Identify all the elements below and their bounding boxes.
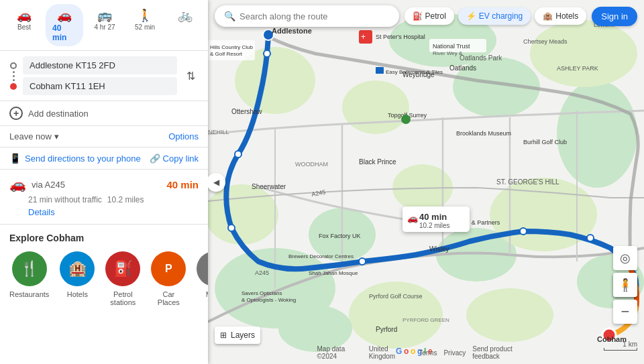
pegman-button[interactable]: 🧍 [613, 273, 637, 297]
route-via-label: via A245 [32, 180, 161, 190]
send-directions-label: Send directions to your phone [25, 154, 141, 164]
route-inputs: ⇅ [0, 51, 208, 101]
link-icon: 🔗 [150, 154, 160, 164]
petrol-icon: ⛽ [413, 11, 423, 21]
explore-section: Explore Cobham 🍴 Restaurants 🏨 Hotels ⛽ … [0, 225, 208, 314]
location-button[interactable]: ◎ [613, 246, 637, 270]
route-sub-info: 21 min without traffic 10.2 miles [9, 195, 199, 204]
tab-best[interactable]: 🚗 Best [5, 4, 43, 46]
explore-car-places[interactable]: P Car Places [151, 251, 186, 306]
scale-label: 1 km [623, 341, 637, 348]
origin-input[interactable] [23, 56, 177, 74]
map-area: Addlestone Ottershaw Weybridge Oatlands … [208, 0, 644, 364]
search-box[interactable]: 🔍 [215, 5, 399, 27]
options-label: Options [168, 131, 199, 141]
restaurants-label: Restaurants [9, 290, 49, 298]
explore-more[interactable]: ••• More [197, 251, 208, 306]
tab-car-40min[interactable]: 🚗 40 min [46, 4, 83, 46]
copy-link-button[interactable]: 🔗 Copy link [150, 154, 199, 164]
bike-icon: 🚲 [178, 8, 193, 23]
leave-now-button[interactable]: Leave now ▾ [9, 131, 59, 141]
hotels-explore-icon: 🏨 [60, 251, 95, 286]
route-car-icon: 🚗 [9, 176, 26, 192]
tab-walk-time: 52 min [135, 23, 155, 31]
left-panel: 🚗 Best 🚗 40 min 🚌 4 hr 27 🚶 52 min 🚲 ✈ ✕ [0, 0, 208, 364]
hotels-filter-label: Hotels [555, 11, 578, 21]
tab-transit[interactable]: 🚌 4 hr 27 [86, 4, 123, 46]
restaurants-icon: 🍴 [12, 251, 47, 286]
tab-walk[interactable]: 🚶 52 min [126, 4, 164, 46]
input-fields [23, 56, 177, 95]
map-topbar: 🔍 ⛽ Petrol ⚡ EV charging 🏨 Hotels Sign i… [215, 5, 637, 27]
transit-icon: 🚌 [97, 8, 112, 23]
feedback-link[interactable]: Send product feedback [472, 345, 535, 360]
route-time: 40 min [166, 179, 199, 190]
origin-dot [10, 62, 17, 69]
more-icon: ••• [197, 251, 208, 286]
search-icon: 🔍 [224, 11, 235, 21]
add-destination-label: Add destination [28, 109, 89, 119]
best-icon: 🚗 [17, 8, 32, 23]
layers-button[interactable]: ⊞ Map data ©2024 Layers [215, 326, 260, 344]
ev-icon: ⚡ [466, 11, 476, 21]
zoom-out-button[interactable]: − [613, 300, 637, 324]
tab-car-time: 40 min [52, 23, 76, 42]
map-background [208, 0, 644, 364]
tab-transit-time: 4 hr 27 [94, 23, 115, 31]
hotels-label: Hotels [67, 290, 88, 298]
layers-icon: ⊞ [220, 330, 227, 340]
filter-ev[interactable]: ⚡ EV charging [458, 7, 531, 25]
destination-dot [10, 83, 17, 90]
search-input[interactable] [239, 11, 390, 21]
explore-petrol[interactable]: ⛽ Petrol stations [105, 251, 140, 306]
scale-line [604, 348, 637, 351]
dropdown-arrow-icon: ▾ [54, 131, 59, 141]
scale-bar: 1 km [604, 341, 637, 351]
leave-options-row: Leave now ▾ Options [0, 126, 208, 147]
mid-dot [13, 71, 15, 73]
add-destination[interactable]: + Add destination [0, 101, 208, 126]
explore-restaurants[interactable]: 🍴 Restaurants [9, 251, 49, 306]
terms-link[interactable]: Terms [419, 349, 437, 357]
petrol-label: Petrol stations [105, 290, 140, 306]
layers-text: Layers [231, 330, 255, 340]
mid-dot3 [13, 79, 15, 81]
filter-hotels[interactable]: 🏨 Hotels [535, 7, 586, 25]
ev-label: EV charging [479, 11, 523, 21]
signin-label: Sign in [601, 11, 628, 21]
car-places-icon: P [151, 251, 186, 286]
tab-plane[interactable]: ✈ [207, 4, 208, 46]
map-footer: Map data ©2024 United Kingdom Terms Priv… [317, 345, 535, 360]
mid-dot2 [13, 75, 15, 77]
without-traffic-label: 21 min without traffic [28, 195, 102, 204]
map-data-label: Map data ©2024 [317, 345, 362, 360]
route-tabs: 🚗 Best 🚗 40 min 🚌 4 hr 27 🚶 52 min 🚲 ✈ ✕ [0, 0, 208, 51]
signin-button[interactable]: Sign in [592, 7, 637, 26]
country-label: United Kingdom [369, 345, 413, 360]
options-button[interactable]: Options [168, 131, 199, 141]
copy-link-label: Copy link [163, 154, 199, 164]
filter-petrol[interactable]: ⛽ Petrol [405, 7, 454, 25]
tab-best-label: Best [17, 23, 31, 31]
send-directions-button[interactable]: 📱 Send directions to your phone [9, 153, 141, 164]
swap-button[interactable]: ⇅ [181, 66, 200, 85]
walk-icon: 🚶 [138, 8, 152, 23]
explore-title: Explore Cobham [9, 233, 199, 243]
filter-pills: ⛽ Petrol ⚡ EV charging 🏨 Hotels [405, 7, 587, 25]
explore-icons: 🍴 Restaurants 🏨 Hotels ⛽ Petrol stations… [9, 251, 199, 306]
phone-icon: 📱 [9, 153, 21, 164]
share-row: 📱 Send directions to your phone 🔗 Copy l… [0, 147, 208, 170]
more-label: More [206, 290, 208, 298]
details-link[interactable]: Details [9, 207, 199, 217]
car-icon: 🚗 [57, 8, 72, 23]
add-icon: + [9, 107, 23, 120]
route-distance: 10.2 miles [107, 195, 144, 204]
hotels-filter-icon: 🏨 [543, 11, 553, 21]
privacy-link[interactable]: Privacy [443, 349, 466, 357]
car-places-label: Car Places [151, 290, 186, 306]
leave-now-label: Leave now [9, 131, 52, 141]
destination-input[interactable] [23, 77, 177, 95]
route-detail: 🚗 via A245 40 min 21 min without traffic… [0, 170, 208, 225]
tab-bike[interactable]: 🚲 [166, 4, 204, 46]
explore-hotels[interactable]: 🏨 Hotels [60, 251, 95, 306]
